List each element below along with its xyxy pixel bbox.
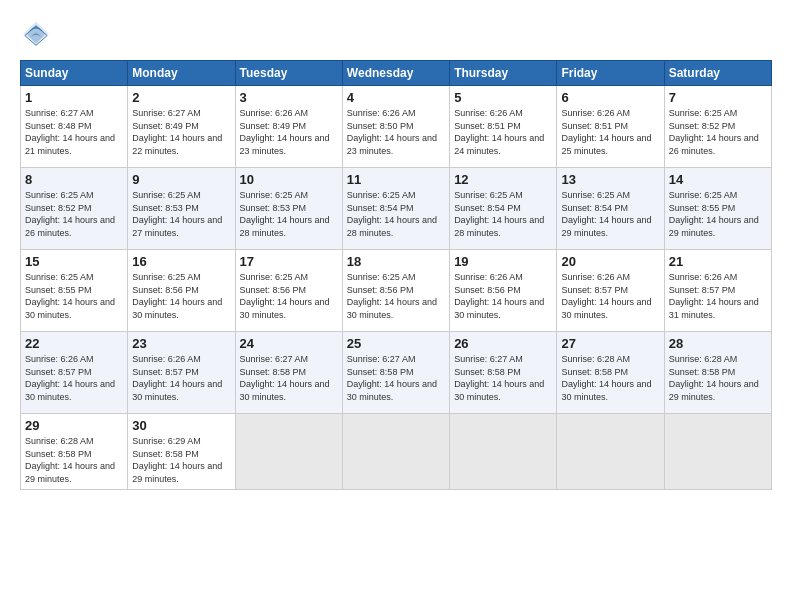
day-number: 7 [669, 90, 767, 105]
day-cell: 3Sunrise: 6:26 AMSunset: 8:49 PMDaylight… [235, 86, 342, 168]
day-cell: 17Sunrise: 6:25 AMSunset: 8:56 PMDayligh… [235, 250, 342, 332]
day-number: 15 [25, 254, 123, 269]
day-info: Sunrise: 6:28 AMSunset: 8:58 PMDaylight:… [25, 435, 123, 485]
day-cell: 13Sunrise: 6:25 AMSunset: 8:54 PMDayligh… [557, 168, 664, 250]
day-number: 26 [454, 336, 552, 351]
day-info: Sunrise: 6:25 AMSunset: 8:56 PMDaylight:… [347, 271, 445, 321]
day-cell [557, 414, 664, 490]
day-info: Sunrise: 6:26 AMSunset: 8:57 PMDaylight:… [132, 353, 230, 403]
day-info: Sunrise: 6:29 AMSunset: 8:58 PMDaylight:… [132, 435, 230, 485]
day-number: 12 [454, 172, 552, 187]
day-cell: 20Sunrise: 6:26 AMSunset: 8:57 PMDayligh… [557, 250, 664, 332]
day-cell [235, 414, 342, 490]
day-number: 11 [347, 172, 445, 187]
day-cell: 18Sunrise: 6:25 AMSunset: 8:56 PMDayligh… [342, 250, 449, 332]
day-cell: 4Sunrise: 6:26 AMSunset: 8:50 PMDaylight… [342, 86, 449, 168]
day-cell: 22Sunrise: 6:26 AMSunset: 8:57 PMDayligh… [21, 332, 128, 414]
week-row-2: 8Sunrise: 6:25 AMSunset: 8:52 PMDaylight… [21, 168, 772, 250]
day-number: 8 [25, 172, 123, 187]
day-number: 19 [454, 254, 552, 269]
day-info: Sunrise: 6:25 AMSunset: 8:53 PMDaylight:… [240, 189, 338, 239]
calendar-table: SundayMondayTuesdayWednesdayThursdayFrid… [20, 60, 772, 490]
day-number: 2 [132, 90, 230, 105]
day-cell: 28Sunrise: 6:28 AMSunset: 8:58 PMDayligh… [664, 332, 771, 414]
header-row: SundayMondayTuesdayWednesdayThursdayFrid… [21, 61, 772, 86]
header-cell-wednesday: Wednesday [342, 61, 449, 86]
day-cell: 6Sunrise: 6:26 AMSunset: 8:51 PMDaylight… [557, 86, 664, 168]
day-cell: 15Sunrise: 6:25 AMSunset: 8:55 PMDayligh… [21, 250, 128, 332]
week-row-4: 22Sunrise: 6:26 AMSunset: 8:57 PMDayligh… [21, 332, 772, 414]
day-info: Sunrise: 6:26 AMSunset: 8:51 PMDaylight:… [561, 107, 659, 157]
day-info: Sunrise: 6:26 AMSunset: 8:57 PMDaylight:… [669, 271, 767, 321]
calendar-page: SundayMondayTuesdayWednesdayThursdayFrid… [0, 0, 792, 612]
day-cell: 12Sunrise: 6:25 AMSunset: 8:54 PMDayligh… [450, 168, 557, 250]
day-info: Sunrise: 6:27 AMSunset: 8:49 PMDaylight:… [132, 107, 230, 157]
week-row-5: 29Sunrise: 6:28 AMSunset: 8:58 PMDayligh… [21, 414, 772, 490]
day-info: Sunrise: 6:25 AMSunset: 8:54 PMDaylight:… [347, 189, 445, 239]
day-number: 6 [561, 90, 659, 105]
day-cell: 11Sunrise: 6:25 AMSunset: 8:54 PMDayligh… [342, 168, 449, 250]
day-number: 18 [347, 254, 445, 269]
day-cell: 7Sunrise: 6:25 AMSunset: 8:52 PMDaylight… [664, 86, 771, 168]
logo [20, 18, 58, 50]
day-number: 10 [240, 172, 338, 187]
day-info: Sunrise: 6:26 AMSunset: 8:51 PMDaylight:… [454, 107, 552, 157]
header-cell-sunday: Sunday [21, 61, 128, 86]
day-info: Sunrise: 6:26 AMSunset: 8:50 PMDaylight:… [347, 107, 445, 157]
day-number: 27 [561, 336, 659, 351]
day-info: Sunrise: 6:27 AMSunset: 8:48 PMDaylight:… [25, 107, 123, 157]
day-number: 25 [347, 336, 445, 351]
day-info: Sunrise: 6:26 AMSunset: 8:56 PMDaylight:… [454, 271, 552, 321]
day-number: 28 [669, 336, 767, 351]
day-cell: 29Sunrise: 6:28 AMSunset: 8:58 PMDayligh… [21, 414, 128, 490]
day-cell: 1Sunrise: 6:27 AMSunset: 8:48 PMDaylight… [21, 86, 128, 168]
day-cell: 14Sunrise: 6:25 AMSunset: 8:55 PMDayligh… [664, 168, 771, 250]
day-number: 24 [240, 336, 338, 351]
day-cell: 10Sunrise: 6:25 AMSunset: 8:53 PMDayligh… [235, 168, 342, 250]
header-cell-saturday: Saturday [664, 61, 771, 86]
header-cell-thursday: Thursday [450, 61, 557, 86]
day-cell: 25Sunrise: 6:27 AMSunset: 8:58 PMDayligh… [342, 332, 449, 414]
day-number: 29 [25, 418, 123, 433]
day-number: 13 [561, 172, 659, 187]
day-info: Sunrise: 6:25 AMSunset: 8:55 PMDaylight:… [25, 271, 123, 321]
day-info: Sunrise: 6:27 AMSunset: 8:58 PMDaylight:… [454, 353, 552, 403]
day-cell [342, 414, 449, 490]
day-number: 9 [132, 172, 230, 187]
day-number: 16 [132, 254, 230, 269]
day-number: 14 [669, 172, 767, 187]
day-info: Sunrise: 6:25 AMSunset: 8:52 PMDaylight:… [669, 107, 767, 157]
day-cell: 5Sunrise: 6:26 AMSunset: 8:51 PMDaylight… [450, 86, 557, 168]
header-cell-monday: Monday [128, 61, 235, 86]
day-cell: 19Sunrise: 6:26 AMSunset: 8:56 PMDayligh… [450, 250, 557, 332]
day-cell: 26Sunrise: 6:27 AMSunset: 8:58 PMDayligh… [450, 332, 557, 414]
day-number: 17 [240, 254, 338, 269]
day-info: Sunrise: 6:25 AMSunset: 8:54 PMDaylight:… [561, 189, 659, 239]
week-row-1: 1Sunrise: 6:27 AMSunset: 8:48 PMDaylight… [21, 86, 772, 168]
day-cell: 2Sunrise: 6:27 AMSunset: 8:49 PMDaylight… [128, 86, 235, 168]
day-number: 3 [240, 90, 338, 105]
day-info: Sunrise: 6:26 AMSunset: 8:57 PMDaylight:… [25, 353, 123, 403]
day-info: Sunrise: 6:26 AMSunset: 8:57 PMDaylight:… [561, 271, 659, 321]
day-info: Sunrise: 6:26 AMSunset: 8:49 PMDaylight:… [240, 107, 338, 157]
day-info: Sunrise: 6:28 AMSunset: 8:58 PMDaylight:… [669, 353, 767, 403]
day-cell: 16Sunrise: 6:25 AMSunset: 8:56 PMDayligh… [128, 250, 235, 332]
logo-icon [20, 18, 52, 50]
day-cell [450, 414, 557, 490]
header-cell-friday: Friday [557, 61, 664, 86]
day-info: Sunrise: 6:25 AMSunset: 8:55 PMDaylight:… [669, 189, 767, 239]
day-cell [664, 414, 771, 490]
header-cell-tuesday: Tuesday [235, 61, 342, 86]
calendar-body: 1Sunrise: 6:27 AMSunset: 8:48 PMDaylight… [21, 86, 772, 490]
day-cell: 27Sunrise: 6:28 AMSunset: 8:58 PMDayligh… [557, 332, 664, 414]
day-info: Sunrise: 6:25 AMSunset: 8:54 PMDaylight:… [454, 189, 552, 239]
day-cell: 30Sunrise: 6:29 AMSunset: 8:58 PMDayligh… [128, 414, 235, 490]
day-info: Sunrise: 6:25 AMSunset: 8:56 PMDaylight:… [240, 271, 338, 321]
day-cell: 21Sunrise: 6:26 AMSunset: 8:57 PMDayligh… [664, 250, 771, 332]
day-number: 1 [25, 90, 123, 105]
day-cell: 23Sunrise: 6:26 AMSunset: 8:57 PMDayligh… [128, 332, 235, 414]
day-number: 21 [669, 254, 767, 269]
day-number: 5 [454, 90, 552, 105]
day-info: Sunrise: 6:27 AMSunset: 8:58 PMDaylight:… [240, 353, 338, 403]
header [20, 18, 772, 50]
